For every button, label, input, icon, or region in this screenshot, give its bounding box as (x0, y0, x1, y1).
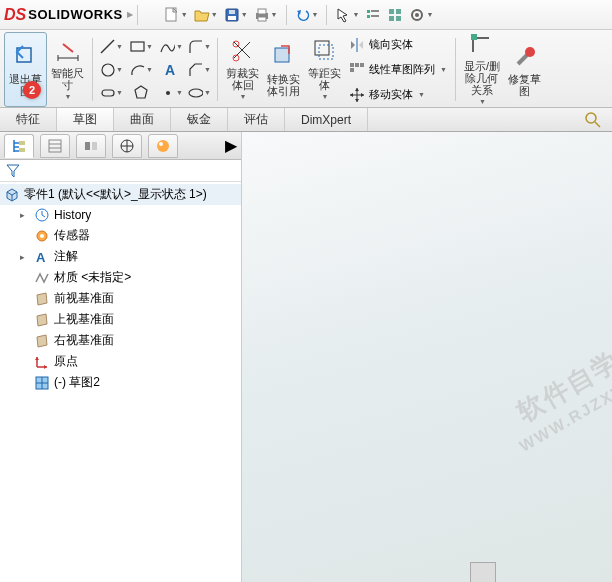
tree-item-sensors[interactable]: 传感器 (0, 225, 241, 246)
point-tool[interactable]: ▼ (159, 82, 183, 104)
svg-point-45 (157, 140, 169, 152)
svg-point-21 (166, 91, 170, 95)
logo-ds-icon: DS (4, 6, 26, 24)
slot-tool[interactable]: ▼ (99, 82, 123, 104)
rectangle-tool[interactable]: ▼ (129, 36, 153, 58)
sketch-tools-grid: ▼ ▼ ▼ ▼ ▼ A ▼ ▼ (97, 32, 185, 107)
pattern-button[interactable]: 线性草图阵列▼ (345, 59, 451, 81)
svg-rect-25 (275, 48, 289, 62)
tree-item-sketch2[interactable]: (-) 草图2 (0, 372, 241, 393)
sketch-tools-grid-2: ▼ ▼ ▼ (185, 32, 213, 107)
print-icon (254, 7, 270, 23)
tree-item-origin[interactable]: 原点 (0, 351, 241, 372)
smart-dimension-button[interactable]: 智能尺 寸 ▼ (47, 32, 88, 107)
qat-options[interactable] (385, 3, 405, 27)
repair-icon (511, 43, 539, 71)
relations-icon (468, 32, 496, 58)
svg-rect-17 (131, 42, 144, 51)
ellipse-tool[interactable]: ▼ (187, 82, 211, 104)
panel-splitter[interactable] (470, 562, 496, 582)
repair-label: 修复草 图 (508, 73, 541, 97)
tree-root[interactable]: 零件1 (默认<<默认>_显示状态 1>) (0, 184, 241, 205)
part-icon (4, 187, 20, 203)
convert-button[interactable]: 转换实 体引用 (263, 32, 304, 107)
search-icon[interactable] (584, 111, 612, 129)
app-name: SOLIDWORKS (28, 7, 123, 22)
chamfer-tool[interactable]: ▼ (187, 59, 211, 81)
panel-arrow-icon[interactable]: ▶ (225, 136, 237, 155)
tree-item-front-plane[interactable]: 前视基准面 (0, 288, 241, 309)
mirror-button[interactable]: 镜向实体 (345, 34, 451, 56)
svg-rect-8 (371, 10, 379, 12)
pattern-icon (349, 62, 365, 78)
svg-rect-3 (229, 10, 235, 14)
circle-tool[interactable]: ▼ (99, 59, 123, 81)
tree-item-top-plane[interactable]: 上视基准面 (0, 309, 241, 330)
logo-dropdown-icon[interactable]: ▶ (127, 10, 133, 19)
trim-button[interactable]: 剪裁实 体回 ▼ (222, 32, 263, 107)
panel-tab-dimxpert[interactable] (112, 134, 142, 158)
svg-rect-32 (471, 34, 477, 40)
svg-rect-35 (19, 141, 25, 145)
qat-select[interactable]: ▼ (333, 3, 361, 27)
move-icon (349, 87, 365, 103)
tree-item-history[interactable]: ▸History (0, 205, 241, 225)
chevron-down-icon: ▼ (479, 96, 486, 108)
offset-icon (311, 37, 339, 65)
convert-label: 转换实 体引用 (267, 73, 300, 97)
svg-rect-13 (389, 16, 394, 21)
qat-settings[interactable]: ▼ (407, 3, 435, 27)
svg-rect-37 (49, 140, 61, 152)
graphics-area[interactable]: 软件自学网 WWW.RJZXW.COM 15 15 1 (242, 132, 612, 582)
tree-filter[interactable] (0, 160, 241, 182)
tree-item-material[interactable]: 材质 <未指定> (0, 267, 241, 288)
plane-icon (34, 291, 50, 307)
svg-rect-26 (315, 41, 329, 55)
tree-item-right-plane[interactable]: 右视基准面 (0, 330, 241, 351)
gear-icon (409, 7, 425, 23)
feature-manager-panel: ▶ 零件1 (默认<<默认>_显示状态 1>) ▸History 传感器 ▸A注… (0, 132, 242, 582)
qat-save[interactable]: ▼ (222, 3, 250, 27)
move-button[interactable]: 移动实体▼ (345, 84, 451, 106)
sensor-icon (34, 228, 50, 244)
relations-button[interactable]: 显示/删 除几何 关系 ▼ (460, 32, 504, 107)
tree-item-annotations[interactable]: ▸A注解 (0, 246, 241, 267)
polygon-tool[interactable] (129, 82, 153, 104)
tab-sheetmetal[interactable]: 钣金 (171, 108, 228, 131)
tab-dimxpert[interactable]: DimXpert (285, 108, 368, 131)
panel-tab-property[interactable] (40, 134, 70, 158)
tab-surface[interactable]: 曲面 (114, 108, 171, 131)
qat-print[interactable]: ▼ (252, 3, 280, 27)
tab-evaluate[interactable]: 评估 (228, 108, 285, 131)
svg-point-46 (159, 142, 163, 146)
svg-rect-10 (371, 15, 379, 17)
qat-new[interactable]: ▼ (162, 3, 190, 27)
svg-rect-27 (319, 45, 333, 59)
tab-sketch[interactable]: 草图 (57, 108, 114, 131)
undo-icon (295, 7, 311, 23)
panel-tab-config[interactable] (76, 134, 106, 158)
dimension-icon (54, 37, 82, 65)
panel-tab-display[interactable] (148, 134, 178, 158)
spline-tool[interactable]: ▼ (159, 36, 183, 58)
command-tabs: 特征 草图 曲面 钣金 评估 DimXpert (0, 108, 612, 132)
qat-open[interactable]: ▼ (192, 3, 220, 27)
options-icon (387, 7, 403, 23)
chevron-down-icon: ▼ (65, 91, 72, 103)
svg-rect-5 (258, 9, 266, 14)
tab-features[interactable]: 特征 (0, 108, 57, 131)
repair-button[interactable]: 修复草 图 (504, 32, 545, 107)
text-tool[interactable]: A (159, 59, 183, 81)
arc-tool[interactable]: ▼ (129, 59, 153, 81)
svg-point-49 (40, 234, 44, 238)
svg-rect-41 (92, 142, 97, 150)
qat-rebuild[interactable] (363, 3, 383, 27)
line-tool[interactable]: ▼ (99, 36, 123, 58)
qat-undo[interactable]: ▼ (293, 3, 321, 27)
panel-tab-feature-tree[interactable] (4, 134, 34, 158)
offset-button[interactable]: 等距实 体 ▼ (304, 32, 345, 107)
fillet-tool[interactable]: ▼ (187, 36, 211, 58)
exit-sketch-button[interactable]: 退出草 图 2 (4, 32, 47, 107)
plane-icon (34, 312, 50, 328)
svg-rect-11 (389, 9, 394, 14)
